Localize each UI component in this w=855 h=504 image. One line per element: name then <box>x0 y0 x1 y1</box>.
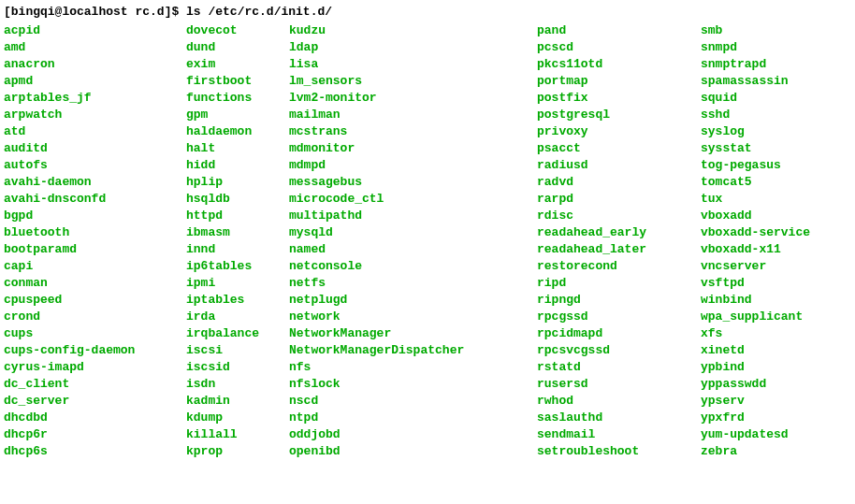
file-entry: autofs <box>4 157 186 174</box>
file-entry: ypbind <box>701 359 810 376</box>
file-entry: lvm2-monitor <box>289 90 537 107</box>
file-entry: zebra <box>701 443 810 460</box>
file-entry: netconsole <box>289 258 537 275</box>
file-entry: rwhod <box>537 393 701 410</box>
file-entry: killall <box>186 426 289 443</box>
file-entry: nfslock <box>289 376 537 393</box>
file-entry: auditd <box>4 140 186 157</box>
file-entry: network <box>289 309 537 325</box>
file-entry: lm_sensors <box>289 73 537 90</box>
file-entry: iscsi <box>186 342 289 359</box>
file-entry: postfix <box>537 90 701 107</box>
file-entry: crond <box>4 309 186 325</box>
file-entry: bluetooth <box>4 224 186 241</box>
file-entry: wpa_supplicant <box>701 309 810 325</box>
file-entry: ip6tables <box>186 258 289 275</box>
file-entry: acpid <box>4 22 186 39</box>
file-entry: arpwatch <box>4 107 186 123</box>
file-entry: atd <box>4 123 186 140</box>
file-entry: pkcs11otd <box>537 56 701 73</box>
file-entry: winbind <box>701 292 810 309</box>
file-entry: capi <box>4 258 186 275</box>
file-entry: dc_client <box>4 376 186 393</box>
file-entry: dovecot <box>186 22 289 39</box>
file-entry: sysstat <box>701 140 810 157</box>
file-entry: mcstrans <box>289 123 537 140</box>
file-entry: dhcp6s <box>4 443 186 460</box>
file-entry: apmd <box>4 73 186 90</box>
file-entry: tux <box>701 191 810 208</box>
file-entry: microcode_ctl <box>289 191 537 208</box>
file-entry: lisa <box>289 56 537 73</box>
file-entry: ntpd <box>289 410 537 426</box>
file-entry: hplip <box>186 174 289 191</box>
file-entry: oddjobd <box>289 426 537 443</box>
file-entry: innd <box>186 241 289 258</box>
file-entry: ipmi <box>186 275 289 292</box>
file-entry: arptables_jf <box>4 90 186 107</box>
file-entry: vboxadd-x11 <box>701 241 810 258</box>
file-entry: nfs <box>289 359 537 376</box>
file-entry: kprop <box>186 443 289 460</box>
file-entry: netfs <box>289 275 537 292</box>
file-entry: readahead_later <box>537 241 701 258</box>
file-entry: irqbalance <box>186 325 289 342</box>
file-entry: sendmail <box>537 426 701 443</box>
file-entry: pcscd <box>537 39 701 56</box>
file-entry: mdmpd <box>289 157 537 174</box>
file-entry: ypxfrd <box>701 410 810 426</box>
file-entry: syslog <box>701 123 810 140</box>
file-entry: conman <box>4 275 186 292</box>
file-entry: messagebus <box>289 174 537 191</box>
file-entry: yum-updatesd <box>701 426 810 443</box>
file-entry: bootparamd <box>4 241 186 258</box>
file-entry: tomcat5 <box>701 174 810 191</box>
file-entry: dhcdbd <box>4 410 186 426</box>
file-entry: snmptrapd <box>701 56 810 73</box>
file-entry: rpcgssd <box>537 309 701 325</box>
file-entry: isdn <box>186 376 289 393</box>
file-entry: firstboot <box>186 73 289 90</box>
file-entry: NetworkManagerDispatcher <box>289 342 537 359</box>
terminal-prompt: [bingqi@localhost rc.d]$ ls /etc/rc.d/in… <box>4 4 851 21</box>
file-entry: dund <box>186 39 289 56</box>
file-entry: postgresql <box>537 107 701 123</box>
file-entry: ypserv <box>701 393 810 410</box>
file-entry: rusersd <box>537 376 701 393</box>
column-4: pandpcscdpkcs11otdportmappostfixpostgres… <box>537 22 701 460</box>
file-entry: rdisc <box>537 208 701 224</box>
file-entry: hidd <box>186 157 289 174</box>
file-entry: NetworkManager <box>289 325 537 342</box>
file-entry: radvd <box>537 174 701 191</box>
file-entry: dc_server <box>4 393 186 410</box>
column-5: smbsnmpdsnmptrapdspamassassinsquidsshdsy… <box>701 22 810 460</box>
file-entry: readahead_early <box>537 224 701 241</box>
file-entry: functions <box>186 90 289 107</box>
file-entry: iscsid <box>186 359 289 376</box>
file-entry: iptables <box>186 292 289 309</box>
file-entry: yppasswdd <box>701 376 810 393</box>
file-entry: snmpd <box>701 39 810 56</box>
file-entry: rpcsvcgssd <box>537 342 701 359</box>
file-entry: halt <box>186 140 289 157</box>
file-entry: amd <box>4 39 186 56</box>
file-entry: kdump <box>186 410 289 426</box>
file-entry: rpcidmapd <box>537 325 701 342</box>
file-entry: avahi-daemon <box>4 174 186 191</box>
file-entry: spamassassin <box>701 73 810 90</box>
file-entry: gpm <box>186 107 289 123</box>
file-entry: restorecond <box>537 258 701 275</box>
file-entry: nscd <box>289 393 537 410</box>
file-entry: psacct <box>537 140 701 157</box>
file-entry: avahi-dnsconfd <box>4 191 186 208</box>
file-entry: multipathd <box>289 208 537 224</box>
file-entry: mysqld <box>289 224 537 241</box>
column-2: dovecotdundeximfirstbootfunctionsgpmhald… <box>186 22 289 460</box>
file-entry: ripngd <box>537 292 701 309</box>
file-entry: haldaemon <box>186 123 289 140</box>
column-3: kudzuldaplisalm_sensorslvm2-monitormailm… <box>289 22 537 460</box>
file-entry: cpuspeed <box>4 292 186 309</box>
file-entry: anacron <box>4 56 186 73</box>
file-entry: openibd <box>289 443 537 460</box>
file-entry: smb <box>701 22 810 39</box>
